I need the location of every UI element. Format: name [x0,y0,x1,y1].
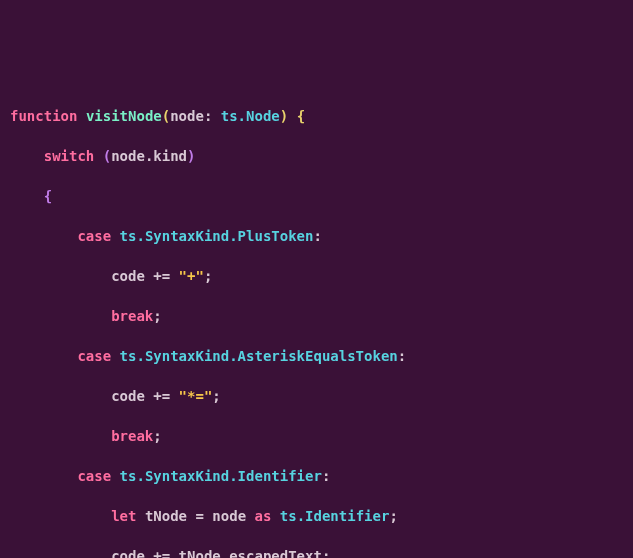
paren-open: ( [103,148,111,164]
semicolon: ; [204,268,212,284]
identifier: code [111,388,153,404]
keyword-switch: switch [44,148,95,164]
keyword-case: case [77,228,111,244]
semicolon: ; [153,428,161,444]
code-line: switch (node.kind) [10,146,623,166]
operator: += [153,548,170,558]
type-annotation: ts.Node [221,108,280,124]
brace-open: { [44,188,52,204]
code-line: break; [10,306,623,326]
code-block: function visitNode(node: ts.Node) { swit… [10,86,623,558]
keyword-case: case [77,468,111,484]
paren-close: ) [187,148,195,164]
keyword-function: function [10,108,77,124]
identifier: code [111,268,153,284]
code-line: case ts.SyntaxKind.PlusToken: [10,226,623,246]
paren-close: ) [280,108,288,124]
semicolon: ; [322,548,330,558]
string-literal: "+" [179,268,204,284]
code-line: code += "+"; [10,266,623,286]
semicolon: ; [153,308,161,324]
semicolon: ; [212,388,220,404]
paren-open: ( [162,108,170,124]
code-line: case ts.SyntaxKind.AsteriskEqualsToken: [10,346,623,366]
colon: : [322,468,330,484]
string-literal: "*=" [179,388,213,404]
switch-expression: node.kind [111,148,187,164]
brace-open: { [297,108,305,124]
keyword-break: break [111,428,153,444]
identifier: node [212,508,254,524]
code-line: code += "*="; [10,386,623,406]
keyword-break: break [111,308,153,324]
code-line: { [10,186,623,206]
code-line: function visitNode(node: ts.Node) { [10,106,623,126]
code-line: case ts.SyntaxKind.Identifier: [10,466,623,486]
code-line: let tNode = node as ts.Identifier; [10,506,623,526]
keyword-as: as [255,508,272,524]
case-value: ts.SyntaxKind.PlusToken [120,228,314,244]
keyword-let: let [111,508,136,524]
code-line: code += tNode.escapedText; [10,546,623,558]
operator: += [153,388,170,404]
keyword-case: case [77,348,111,364]
case-value: ts.SyntaxKind.Identifier [120,468,322,484]
identifier: tNode.escapedText [179,548,322,558]
semicolon: ; [389,508,397,524]
identifier: code [111,548,153,558]
code-line: break; [10,426,623,446]
function-name: visitNode [86,108,162,124]
param-name: node [170,108,204,124]
case-value: ts.SyntaxKind.AsteriskEqualsToken [120,348,398,364]
operator: += [153,268,170,284]
colon: : [398,348,406,364]
identifier: tNode [145,508,196,524]
operator: = [195,508,203,524]
type-annotation: ts.Identifier [280,508,390,524]
colon: : [313,228,321,244]
